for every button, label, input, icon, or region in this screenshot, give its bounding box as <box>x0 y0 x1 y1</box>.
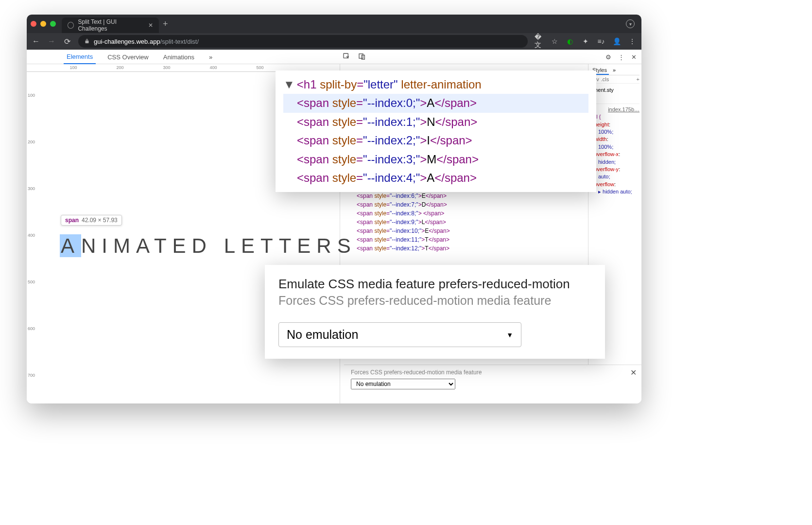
favicon-icon <box>68 22 74 29</box>
url-text: gui-challenges.web.app/split-text/dist/ <box>94 38 199 45</box>
chevron-down-icon: ▼ <box>506 331 513 339</box>
kebab-icon[interactable]: ⋮ <box>616 53 626 61</box>
rendering-desc: Forces CSS prefers-reduced-motion media … <box>351 369 635 376</box>
translate-icon[interactable]: �文 <box>535 37 543 46</box>
heading-letter: T <box>260 234 279 257</box>
heading-letter: M <box>113 234 136 257</box>
lock-icon <box>84 38 90 44</box>
minimize-window-icon[interactable] <box>40 21 46 27</box>
heading-letter: T <box>154 234 173 257</box>
dom-span-line[interactable]: <span style="--index:0;">A</span> <box>283 94 588 112</box>
vertical-ruler: 100 200 300 400 500 600 700 800 <box>27 72 36 403</box>
emulation-select[interactable]: No emulation <box>351 379 455 389</box>
emulate-select[interactable]: No emulation ▼ <box>278 322 521 347</box>
heading-letter: R <box>316 234 337 257</box>
close-window-icon[interactable] <box>31 21 36 27</box>
dom-span-line[interactable]: <span style="--index:1;">N</span> <box>283 113 588 131</box>
dom-h1-line: ▼<h1 split-by="letter" letter-animation <box>283 75 588 94</box>
new-tab-button[interactable]: + <box>163 19 168 29</box>
forward-button[interactable]: → <box>47 37 56 46</box>
tab-css-overview[interactable]: CSS Overview <box>104 50 152 64</box>
reload-button[interactable]: ⟳ <box>63 37 71 46</box>
heading-letter <box>212 234 224 257</box>
expand-triangle-icon[interactable]: ▼ <box>283 78 295 91</box>
url-input[interactable]: gui-challenges.web.app/split-text/dist/ <box>78 35 528 48</box>
dom-span-line[interactable]: <span style="--index:10;">E</span> <box>343 227 585 235</box>
settings-icon[interactable]: ⚙ <box>604 53 613 61</box>
heading-letter: D <box>192 234 212 257</box>
inspect-tooltip: span42.09 × 57.93 <box>61 215 122 226</box>
close-drawer-icon[interactable]: ✕ <box>630 368 637 377</box>
dom-span-line[interactable]: <span style="--index:6;">E</span> <box>343 192 585 200</box>
tooltip-dimensions: 42.09 × 57.93 <box>82 217 118 224</box>
css-declaration[interactable]: overflow-x:hidden; <box>590 151 639 166</box>
emulate-subtitle: Forces CSS prefers-reduced-motion media … <box>278 294 591 308</box>
bookmark-icon[interactable]: ☆ <box>550 37 559 46</box>
heading-letter: T <box>279 234 297 257</box>
maximize-window-icon[interactable] <box>50 21 56 27</box>
emulate-title: Emulate CSS media feature prefers-reduce… <box>278 277 591 292</box>
devtools-tabs: Elements CSS Overview Animations » <box>64 50 215 64</box>
rendering-panel: ✕ Forces CSS prefers-reduced-motion medi… <box>344 365 641 403</box>
heading-letter: A <box>60 234 81 257</box>
extension-icon[interactable]: ◐ <box>566 37 574 46</box>
dom-span-line[interactable]: <span style="--index:4;">A</span> <box>283 169 588 187</box>
styles-rules[interactable]: ement.sty { index.175b… tml { height:100… <box>590 84 639 195</box>
heading-letter: I <box>102 234 113 257</box>
heading-letter: E <box>241 234 260 257</box>
page-heading: ANIMATED LETTERS <box>60 234 357 258</box>
heading-letter: E <box>297 234 316 257</box>
stylesheet-link[interactable]: index.175b… <box>590 106 639 113</box>
magnified-dom-overlay: ▼<h1 split-by="letter" letter-animation … <box>276 70 596 192</box>
menu-icon[interactable]: ⋮ <box>628 37 637 46</box>
dom-span-line[interactable]: <span style="--index:12;">T</span> <box>343 244 585 253</box>
inspect-icon[interactable] <box>342 52 351 62</box>
close-devtools-icon[interactable]: ✕ <box>629 53 639 61</box>
tab-animations[interactable]: Animations <box>160 50 197 64</box>
extensions-icon[interactable]: ✦ <box>581 37 590 46</box>
heading-letter: S <box>337 234 357 257</box>
css-declaration[interactable]: width:100%; <box>590 136 639 151</box>
emulate-select-value: No emulation <box>287 328 358 342</box>
tab-title: Split Text | GUI Challenges <box>78 18 144 32</box>
back-button[interactable]: ← <box>32 37 40 46</box>
traffic-lights[interactable] <box>31 21 56 27</box>
css-declaration[interactable]: overflow-y:auto; <box>590 166 639 181</box>
reading-list-icon[interactable]: ≡♪ <box>597 37 605 46</box>
emulate-overlay: Emulate CSS media feature prefers-reduce… <box>265 265 605 359</box>
dom-span-line[interactable]: <span style="--index:2;">I</span> <box>283 131 588 150</box>
dom-span-line[interactable]: <span style="--index:7;">D</span> <box>343 200 585 209</box>
browser-tab[interactable]: Split Text | GUI Challenges ✕ <box>62 18 159 33</box>
dom-span-line[interactable]: <span style="--index:9;">L</span> <box>343 218 585 227</box>
tab-elements[interactable]: Elements <box>64 50 96 64</box>
devtools-toolbar: Elements CSS Overview Animations » ⚙ ⋮ ✕ <box>27 50 641 64</box>
toolbar-right: �文 ☆ ◐ ✦ ≡♪ 👤 ⋮ <box>535 37 637 46</box>
heading-letter: N <box>81 234 102 257</box>
dom-span-line[interactable]: <span style="--index:3;">M</span> <box>283 150 588 169</box>
dom-span-line[interactable]: <span style="--index:11;">T</span> <box>343 235 585 244</box>
heading-letter: E <box>173 234 192 257</box>
tooltip-tag: span <box>65 217 79 224</box>
tab-bar: Split Text | GUI Challenges ✕ + ▾ <box>27 15 641 33</box>
css-declaration[interactable]: height:100%; <box>590 121 639 136</box>
svg-rect-1 <box>359 53 363 58</box>
device-toggle-icon[interactable] <box>357 52 367 62</box>
more-styles-tab[interactable]: » <box>611 66 618 75</box>
close-tab-icon[interactable]: ✕ <box>148 22 153 29</box>
heading-letter: A <box>136 234 154 257</box>
dom-span-line[interactable]: <span style="--index:8;"> </span> <box>343 209 585 218</box>
add-rule-button[interactable]: + <box>637 76 639 82</box>
account-menu-icon[interactable]: ▾ <box>626 19 635 28</box>
css-declaration[interactable]: overflow:▸ hidden auto; <box>590 181 639 196</box>
heading-letter: L <box>224 234 241 257</box>
profile-icon[interactable]: 👤 <box>612 37 621 46</box>
cls-toggle[interactable]: .cls <box>601 76 609 82</box>
tab-more[interactable]: » <box>206 50 215 64</box>
address-bar: ← → ⟳ gui-challenges.web.app/split-text/… <box>27 33 641 50</box>
